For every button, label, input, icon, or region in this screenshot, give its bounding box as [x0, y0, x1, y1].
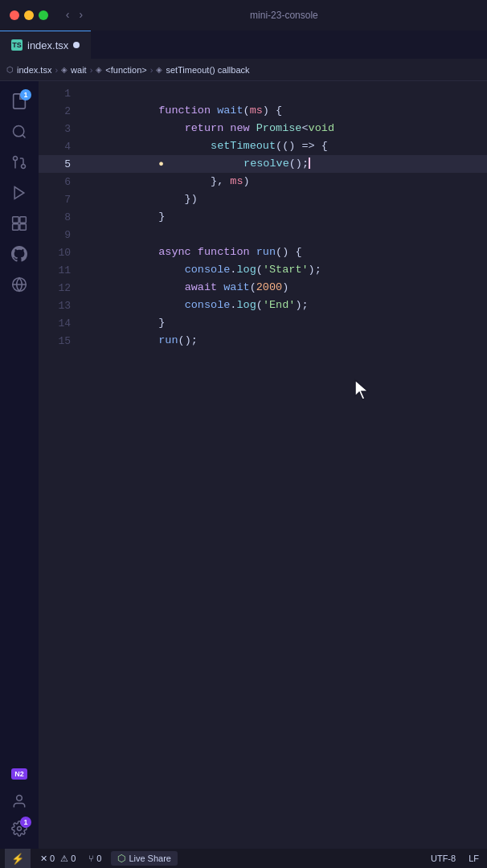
live-share-label: Live Share: [129, 854, 171, 863]
code-line-15: 15 run();: [39, 332, 487, 350]
status-git[interactable]: ⑂ 0: [85, 854, 104, 863]
svg-line-1: [23, 135, 26, 138]
breadcrumb-function[interactable]: <function>: [105, 65, 146, 75]
svg-point-2: [22, 165, 26, 169]
svg-point-3: [14, 157, 18, 161]
status-bar: ⚡ ✕ 0 ⚠ 0 ⑂ 0 ⬡ Live Share UTF-8 LF: [0, 849, 487, 868]
line-number-1: 1: [39, 88, 80, 100]
svg-rect-8: [13, 224, 19, 231]
svg-rect-7: [20, 217, 27, 223]
close-button[interactable]: [10, 10, 19, 20]
line-number-2: 2: [39, 105, 80, 117]
mouse-cursor-visual: [352, 379, 371, 407]
line-number-12: 12: [39, 282, 80, 294]
source-control-icon[interactable]: [6, 149, 33, 176]
breadcrumb-fn-icon: ◈: [61, 65, 68, 74]
settings-badge: 1: [20, 817, 31, 828]
tab-label: index.tsx: [27, 39, 68, 51]
breadcrumb-file-icon: ⬡: [6, 65, 14, 74]
breadcrumb-wait[interactable]: wait: [71, 65, 87, 75]
run-debug-icon[interactable]: [6, 179, 33, 207]
line-content-15: run();: [80, 314, 198, 367]
line-number-11: 11: [39, 264, 80, 276]
encoding-label: UTF-8: [431, 854, 456, 863]
live-share-icon: ⬡: [117, 853, 125, 864]
breadcrumb-callback[interactable]: setTimeout() callback: [166, 65, 249, 75]
line-ending-item[interactable]: LF: [465, 854, 482, 863]
tab-index-tsx[interactable]: TS index.tsx: [0, 31, 91, 59]
title-bar: ‹ › mini-23-console: [0, 0, 487, 31]
breadcrumb: ⬡ index.tsx › ◈ wait › ◈ <function> › ◈ …: [0, 59, 487, 81]
main-area: 1: [0, 81, 487, 849]
git-count: 0: [96, 854, 101, 863]
line-number-9: 9: [39, 229, 80, 241]
remote-icon[interactable]: [6, 271, 33, 298]
navigation-arrows: ‹ ›: [64, 9, 84, 22]
svg-rect-9: [20, 224, 27, 231]
live-share-button[interactable]: ⬡ Live Share: [111, 851, 178, 866]
modified-indicator: [73, 42, 80, 48]
breadcrumb-func-icon: ◈: [96, 65, 102, 74]
code-line-8: 8 }: [39, 208, 487, 226]
maximize-button[interactable]: [39, 10, 48, 20]
breadcrumb-file[interactable]: index.tsx: [17, 65, 51, 75]
line-number-14: 14: [39, 317, 80, 330]
line-number-10: 10: [39, 247, 80, 259]
editor-area[interactable]: 1 2 function wait(ms) { 3 return new Pro…: [39, 81, 487, 849]
extensions-icon[interactable]: [6, 210, 33, 237]
status-right: UTF-8 LF: [428, 854, 482, 863]
minimize-button[interactable]: [24, 10, 34, 20]
line-number-13: 13: [39, 300, 80, 312]
breadcrumb-sep-3: ›: [150, 65, 153, 75]
breadcrumb-cb-icon: ◈: [156, 65, 162, 74]
status-errors[interactable]: ✕ 0 ⚠ 0: [37, 854, 79, 864]
status-branch[interactable]: ⚡: [5, 849, 31, 868]
line-number-7: 7: [39, 194, 80, 206]
explorer-icon[interactable]: 1: [6, 88, 33, 115]
github-icon[interactable]: [6, 240, 33, 268]
code-editor[interactable]: 1 2 function wait(ms) { 3 return new Pro…: [39, 81, 487, 849]
n2-extension-icon[interactable]: N2: [6, 760, 33, 788]
breadcrumb-sep-1: ›: [55, 65, 58, 75]
code-lines: 1 2 function wait(ms) { 3 return new Pro…: [39, 84, 487, 350]
svg-point-12: [17, 796, 23, 801]
breadcrumb-sep-2: ›: [90, 65, 93, 75]
svg-rect-6: [13, 217, 19, 223]
activity-bar: 1: [0, 81, 39, 849]
error-icon: ✕: [40, 854, 47, 864]
svg-marker-5: [14, 187, 24, 199]
line-number-8: 8: [39, 211, 80, 223]
account-icon[interactable]: [6, 788, 33, 815]
line-number-4: 4: [39, 141, 80, 153]
line-ending-label: LF: [469, 854, 479, 863]
forward-arrow[interactable]: ›: [77, 9, 84, 22]
warning-icon: ⚠: [60, 854, 68, 864]
tsx-icon: TS: [11, 39, 23, 51]
line-number-5: 5: [39, 158, 80, 170]
warning-count: 0: [71, 854, 76, 863]
n2-label: N2: [11, 768, 27, 780]
explorer-badge: 1: [20, 89, 31, 100]
branch-icon: ⚡: [11, 853, 24, 865]
search-icon[interactable]: [6, 118, 33, 145]
back-arrow[interactable]: ‹: [64, 9, 71, 22]
line-number-3: 3: [39, 123, 80, 135]
tab-bar: TS index.tsx: [0, 31, 487, 59]
git-icon: ⑂: [88, 854, 94, 863]
search-bar[interactable]: mini-23-console: [91, 10, 477, 21]
svg-point-0: [14, 126, 24, 137]
line-number-6: 6: [39, 176, 80, 188]
encoding-item[interactable]: UTF-8: [428, 854, 459, 863]
line-number-15: 15: [39, 335, 80, 347]
activity-bar-bottom: N2 1: [6, 760, 33, 842]
search-text: mini-23-console: [250, 10, 318, 21]
svg-point-13: [18, 827, 22, 831]
traffic-lights: [10, 10, 48, 20]
error-count: 0: [50, 854, 55, 863]
settings-icon[interactable]: 1: [6, 815, 33, 842]
